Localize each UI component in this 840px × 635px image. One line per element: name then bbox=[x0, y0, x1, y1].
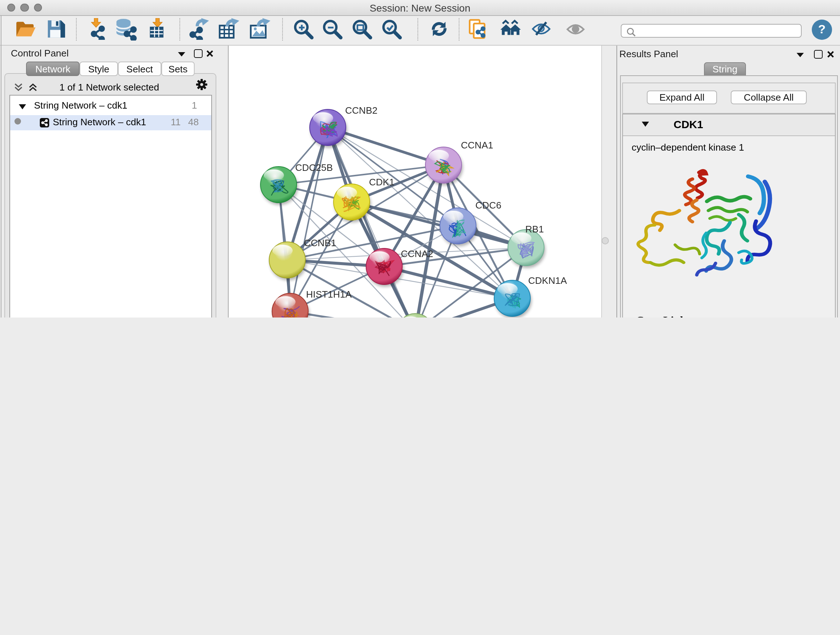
svg-text:CDKN1A: CDKN1A bbox=[528, 275, 567, 286]
svg-text:HIST1H1A: HIST1H1A bbox=[306, 289, 352, 300]
svg-text:CCNB1: CCNB1 bbox=[304, 238, 336, 249]
svg-text:CDK1: CDK1 bbox=[369, 177, 394, 187]
svg-text:RB1: RB1 bbox=[525, 224, 544, 234]
svg-text:CCNA2: CCNA2 bbox=[401, 249, 433, 259]
svg-text:CCNA1: CCNA1 bbox=[461, 140, 493, 150]
svg-text:CDC25B: CDC25B bbox=[295, 162, 333, 173]
svg-text:CDC6: CDC6 bbox=[475, 200, 501, 211]
svg-text:CCNB2: CCNB2 bbox=[345, 105, 377, 116]
